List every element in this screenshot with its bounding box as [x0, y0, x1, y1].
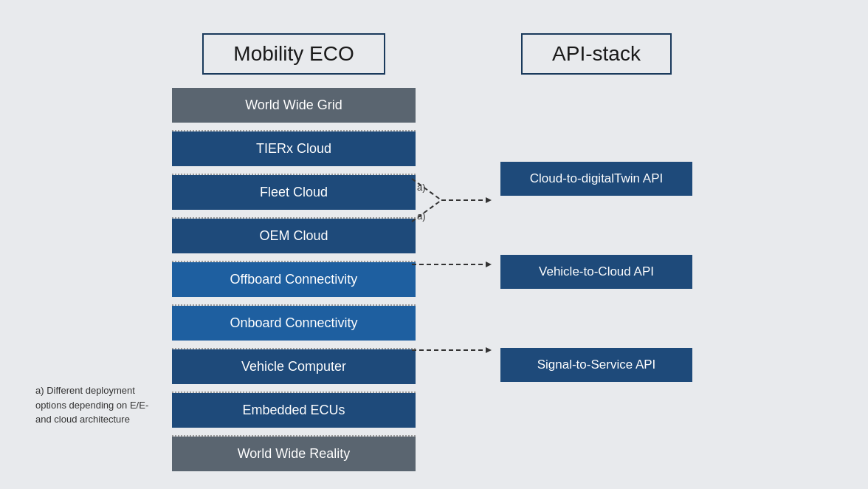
left-column: Mobility ECO World Wide Grid TIERx Cloud…	[168, 33, 419, 471]
divider-2	[172, 166, 416, 175]
footnote-text: a) Different deployment options dependin…	[35, 385, 148, 425]
stack-item-onboard-connectivity: Onboard Connectivity	[172, 306, 416, 341]
stack-item-fleet-cloud: Fleet Cloud	[172, 175, 416, 210]
divider-6	[172, 341, 416, 349]
divider-7	[172, 384, 416, 393]
stack-item-tierx-cloud: TIERx Cloud	[172, 131, 416, 166]
stack-item-embedded-ecus: Embedded ECUs	[172, 393, 416, 428]
footnote-letter: a)	[35, 385, 46, 396]
divider-3	[172, 210, 416, 219]
diagram-area: Mobility ECO World Wide Grid TIERx Cloud…	[168, 33, 700, 471]
divider-4	[172, 253, 416, 262]
divider-1	[172, 123, 416, 131]
stack-item-offboard-connectivity: Offboard Connectivity	[172, 262, 416, 297]
api-spacer-mid2	[500, 289, 692, 348]
api-stack-title: API-stack	[521, 33, 672, 75]
main-container: Mobility ECO World Wide Grid TIERx Cloud…	[0, 0, 868, 489]
footnote: a) Different deployment options dependin…	[35, 383, 154, 427]
arrowhead-cloud-api	[486, 197, 492, 203]
api-spacer-top	[500, 88, 692, 162]
stack-item-oem-cloud: OEM Cloud	[172, 219, 416, 253]
api-box-cloud-digital-twin: Cloud-to-digitalTwin API	[500, 162, 692, 196]
api-spacer-mid1	[500, 196, 692, 255]
api-box-vehicle-cloud: Vehicle-to-Cloud API	[500, 255, 692, 289]
api-box-signal-service: Signal-to-Service API	[500, 348, 692, 382]
right-column: API-stack Cloud-to-digitalTwin API Vehic…	[493, 33, 700, 382]
divider-5	[172, 297, 416, 306]
divider-8	[172, 428, 416, 437]
arrowhead-signal	[486, 347, 492, 353]
arrowhead-vehicle-cloud	[486, 261, 492, 267]
stack-item-world-wide-grid: World Wide Grid	[172, 88, 416, 123]
mobility-eco-title: Mobility ECO	[202, 33, 385, 75]
stack-item-vehicle-computer: Vehicle Computer	[172, 349, 416, 384]
stack-wrapper: World Wide Grid TIERx Cloud Fleet Cloud …	[172, 88, 416, 471]
stack-item-world-wide-reality: World Wide Reality	[172, 437, 416, 471]
api-boxes: Cloud-to-digitalTwin API Vehicle-to-Clou…	[500, 88, 692, 382]
